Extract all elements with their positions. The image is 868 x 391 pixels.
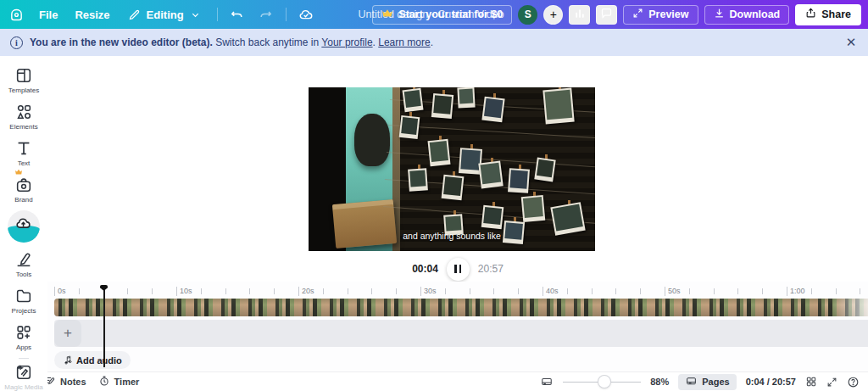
- playhead[interactable]: [100, 285, 108, 367]
- redo-button[interactable]: [253, 3, 279, 26]
- video-preview-canvas[interactable]: and anything sounds like: [309, 87, 595, 251]
- sidebar-item-apps[interactable]: Apps: [0, 323, 47, 351]
- pause-button[interactable]: [447, 258, 470, 281]
- user-avatar[interactable]: S: [518, 5, 537, 25]
- polaroid-photo: [427, 139, 450, 166]
- polaroid-photo-image: [430, 141, 448, 162]
- polaroid-photo-image: [553, 204, 583, 231]
- ruler-minor-tick: [567, 288, 568, 294]
- polaroid-photo-image: [523, 197, 543, 218]
- your-profile-link[interactable]: Your profile: [321, 36, 372, 48]
- zoom-slider[interactable]: [563, 376, 641, 388]
- sidebar-item-label: Brand: [14, 196, 32, 204]
- sidebar-item-uploads[interactable]: [0, 210, 47, 244]
- polaroid-photo: [408, 168, 428, 191]
- share-button[interactable]: Share: [795, 4, 861, 25]
- ruler-minor-tick: [225, 288, 226, 294]
- ruler-tick-label: 10s: [176, 287, 192, 296]
- toolbar-divider: [286, 8, 287, 21]
- file-menu-button[interactable]: File: [32, 4, 64, 25]
- learn-more-link[interactable]: Learn more: [378, 36, 430, 48]
- pause-icon: [459, 265, 462, 273]
- zoom-percentage: 88%: [650, 377, 669, 387]
- ruler-minor-tick: [615, 288, 616, 294]
- tools-icon: [14, 250, 33, 269]
- ruler-minor-tick: [396, 288, 397, 294]
- resize-label: Resize: [75, 8, 109, 21]
- sidebar-item-tools[interactable]: Tools: [0, 250, 47, 278]
- ruler-minor-tick: [640, 288, 641, 294]
- preview-button[interactable]: Preview: [623, 5, 698, 25]
- notes-button[interactable]: Notes: [44, 375, 86, 388]
- banner-bold-text: You are in the new video editor (beta).: [30, 36, 213, 48]
- current-time: 00:04: [412, 263, 438, 275]
- timer-button[interactable]: Timer: [98, 375, 140, 388]
- playback-controls: 00:04 20:57: [47, 257, 868, 281]
- banner-close-icon[interactable]: ✕: [843, 34, 860, 51]
- timeline-section: 0s10s20s30s40s50s1:00 + Add audio: [0, 282, 868, 371]
- timeline-view-icon[interactable]: [540, 376, 554, 388]
- polaroid-photo-image: [483, 207, 502, 225]
- sidebar-item-templates[interactable]: Templates: [0, 66, 47, 94]
- undo-button[interactable]: [225, 3, 250, 26]
- polaroid-photo-image: [409, 170, 426, 187]
- comments-button[interactable]: [596, 5, 617, 25]
- ruler-minor-tick: [860, 288, 860, 294]
- sidebar-item-projects[interactable]: Projects: [0, 287, 47, 315]
- start-trial-button[interactable]: Start your trial for $0: [372, 5, 512, 25]
- ruler-minor-tick: [274, 288, 275, 294]
- ruler-minor-tick: [714, 288, 715, 294]
- add-member-button[interactable]: +: [543, 5, 563, 25]
- polaroid-photo-image: [484, 98, 503, 118]
- polaroid-photo-image: [443, 176, 462, 196]
- sidebar-item-magic-media[interactable]: Magic Media: [0, 363, 47, 391]
- ruler-tick-label: 50s: [665, 287, 681, 296]
- home-icon[interactable]: [8, 7, 24, 22]
- sidebar-item-text[interactable]: Text: [0, 139, 47, 167]
- help-icon[interactable]: [847, 376, 860, 388]
- bottom-status-bar: Notes Timer 88% Pages 0:04 / 20:57: [0, 371, 868, 391]
- polaroid-photo: [457, 87, 475, 109]
- sidebar-item-elements[interactable]: Elements: [0, 103, 47, 131]
- ruler-minor-tick: [127, 288, 128, 294]
- download-label: Download: [730, 8, 781, 20]
- timer-icon: [98, 375, 110, 388]
- add-audio-button[interactable]: Add audio: [54, 351, 131, 369]
- editing-mode-button[interactable]: Editing: [120, 3, 210, 26]
- pages-toggle-button[interactable]: Pages: [678, 374, 736, 390]
- total-time: 20:57: [478, 263, 504, 275]
- ruler-tick-label: 0s: [54, 287, 66, 296]
- banner-text: Switch back anytime in: [213, 36, 322, 48]
- insights-button[interactable]: [569, 5, 590, 25]
- ruler-minor-tick: [518, 288, 519, 294]
- ruler-minor-tick: [762, 288, 763, 294]
- redo-icon: [259, 7, 274, 22]
- timecode-display: 0:04 / 20:57: [746, 377, 796, 387]
- download-button[interactable]: Download: [704, 5, 790, 25]
- notes-label: Notes: [60, 377, 86, 387]
- video-clip-filmstrip[interactable]: [54, 299, 868, 316]
- comment-bubble-icon: [600, 7, 613, 22]
- magic-media-icon: [14, 363, 33, 382]
- resize-button[interactable]: Resize: [68, 4, 116, 25]
- timeline-ruler[interactable]: 0s10s20s30s40s50s1:00: [54, 286, 868, 298]
- upload-progress-indicator: [8, 210, 40, 243]
- ruler-minor-tick: [493, 288, 494, 294]
- cloud-save-status-button[interactable]: [293, 3, 319, 26]
- ruler-tick-label: 1:00: [787, 287, 805, 296]
- sidebar-item-brand[interactable]: Brand: [0, 176, 47, 204]
- fullscreen-icon[interactable]: [826, 377, 837, 388]
- polaroid-photo: [481, 205, 504, 229]
- grid-view-icon[interactable]: [805, 376, 817, 388]
- zoom-slider-knob[interactable]: [598, 376, 610, 388]
- chevron-down-icon: [188, 7, 203, 22]
- share-label: Share: [821, 8, 851, 20]
- elements-icon: [14, 103, 33, 121]
- add-clip-button[interactable]: +: [54, 320, 81, 347]
- text-icon: [14, 139, 33, 158]
- ruler-minor-tick: [445, 288, 446, 294]
- add-track-band: +: [54, 320, 868, 347]
- timer-label: Timer: [114, 377, 140, 387]
- info-icon: i: [10, 36, 23, 49]
- sidebar-item-label: Elements: [9, 123, 37, 131]
